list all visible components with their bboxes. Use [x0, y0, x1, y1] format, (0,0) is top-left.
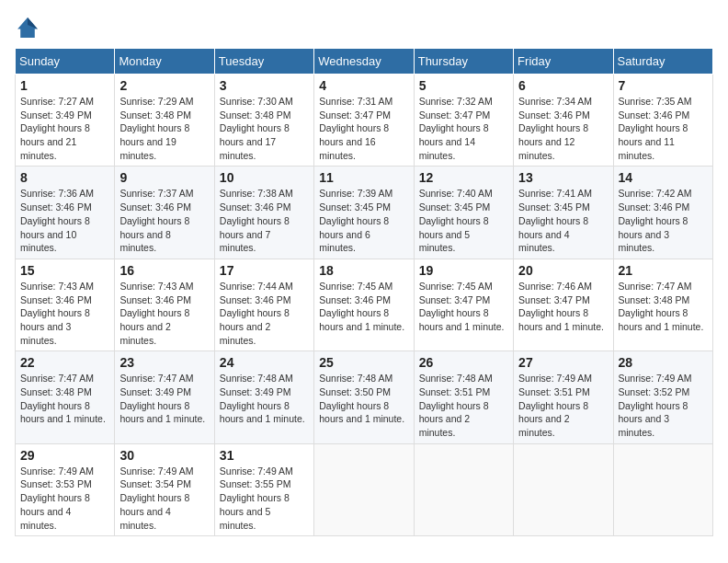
day-info: Sunrise: 7:47 AM Sunset: 3:48 PM Dayligh… [619, 280, 708, 334]
day-info: Sunrise: 7:31 AM Sunset: 3:47 PM Dayligh… [319, 95, 408, 162]
calendar-cell [613, 443, 712, 535]
day-info: Sunrise: 7:49 AM Sunset: 3:52 PM Dayligh… [619, 372, 708, 439]
day-info: Sunrise: 7:36 AM Sunset: 3:46 PM Dayligh… [20, 187, 109, 254]
calendar-cell: 27 Sunrise: 7:49 AM Sunset: 3:51 PM Dayl… [514, 351, 613, 443]
day-info: Sunrise: 7:39 AM Sunset: 3:45 PM Dayligh… [319, 187, 408, 254]
day-number: 7 [619, 78, 708, 93]
day-info: Sunrise: 7:38 AM Sunset: 3:46 PM Dayligh… [220, 187, 309, 254]
calendar-cell: 19 Sunrise: 7:45 AM Sunset: 3:47 PM Dayl… [414, 259, 513, 350]
calendar-cell [414, 443, 513, 535]
day-number: 8 [20, 170, 109, 185]
day-number: 9 [119, 170, 209, 185]
calendar-cell: 15 Sunrise: 7:43 AM Sunset: 3:46 PM Dayl… [16, 259, 115, 350]
calendar-cell: 23 Sunrise: 7:47 AM Sunset: 3:49 PM Dayl… [115, 351, 214, 443]
calendar-cell: 14 Sunrise: 7:42 AM Sunset: 3:46 PM Dayl… [613, 167, 712, 259]
day-number: 26 [419, 355, 508, 370]
day-number: 28 [619, 355, 708, 370]
calendar-cell: 12 Sunrise: 7:40 AM Sunset: 3:45 PM Dayl… [414, 167, 513, 259]
day-number: 3 [220, 78, 309, 93]
calendar-cell: 29 Sunrise: 7:49 AM Sunset: 3:53 PM Dayl… [16, 443, 115, 535]
day-info: Sunrise: 7:47 AM Sunset: 3:49 PM Dayligh… [119, 372, 209, 426]
day-number: 12 [419, 170, 508, 185]
calendar-header-row: SundayMondayTuesdayWednesdayThursdayFrid… [16, 49, 713, 75]
day-number: 30 [119, 448, 209, 463]
day-info: Sunrise: 7:29 AM Sunset: 3:48 PM Dayligh… [119, 95, 209, 162]
day-info: Sunrise: 7:30 AM Sunset: 3:48 PM Dayligh… [220, 95, 309, 162]
day-number: 14 [619, 170, 708, 185]
day-info: Sunrise: 7:35 AM Sunset: 3:46 PM Dayligh… [619, 95, 708, 162]
day-number: 6 [518, 78, 608, 93]
day-info: Sunrise: 7:43 AM Sunset: 3:46 PM Dayligh… [119, 280, 209, 347]
day-number: 17 [220, 263, 309, 278]
calendar-cell: 26 Sunrise: 7:48 AM Sunset: 3:51 PM Dayl… [414, 351, 513, 443]
day-number: 15 [20, 263, 109, 278]
day-number: 21 [619, 263, 708, 278]
day-info: Sunrise: 7:27 AM Sunset: 3:49 PM Dayligh… [20, 95, 109, 162]
calendar-cell: 16 Sunrise: 7:43 AM Sunset: 3:46 PM Dayl… [115, 259, 214, 350]
day-number: 31 [220, 448, 309, 463]
day-info: Sunrise: 7:42 AM Sunset: 3:46 PM Dayligh… [619, 187, 708, 254]
day-info: Sunrise: 7:34 AM Sunset: 3:46 PM Dayligh… [518, 95, 608, 162]
day-number: 11 [319, 170, 408, 185]
calendar-cell: 5 Sunrise: 7:32 AM Sunset: 3:47 PM Dayli… [414, 75, 513, 167]
calendar-cell [314, 443, 414, 535]
day-number: 1 [20, 78, 109, 93]
calendar-cell: 10 Sunrise: 7:38 AM Sunset: 3:46 PM Dayl… [214, 167, 313, 259]
calendar-cell: 17 Sunrise: 7:44 AM Sunset: 3:46 PM Dayl… [214, 259, 313, 350]
day-info: Sunrise: 7:40 AM Sunset: 3:45 PM Dayligh… [419, 187, 508, 254]
col-header-wednesday: Wednesday [314, 49, 414, 75]
day-number: 10 [220, 170, 309, 185]
calendar-cell: 11 Sunrise: 7:39 AM Sunset: 3:45 PM Dayl… [314, 167, 414, 259]
day-number: 22 [20, 355, 109, 370]
day-info: Sunrise: 7:48 AM Sunset: 3:50 PM Dayligh… [319, 372, 408, 426]
day-number: 5 [419, 78, 508, 93]
calendar-cell: 7 Sunrise: 7:35 AM Sunset: 3:46 PM Dayli… [613, 75, 712, 167]
col-header-sunday: Sunday [16, 49, 115, 75]
day-number: 4 [319, 78, 408, 93]
calendar-week-row: 15 Sunrise: 7:43 AM Sunset: 3:46 PM Dayl… [16, 259, 713, 350]
day-info: Sunrise: 7:48 AM Sunset: 3:51 PM Dayligh… [419, 372, 508, 439]
calendar-cell: 31 Sunrise: 7:49 AM Sunset: 3:55 PM Dayl… [214, 443, 313, 535]
day-info: Sunrise: 7:49 AM Sunset: 3:54 PM Dayligh… [119, 465, 209, 532]
day-info: Sunrise: 7:41 AM Sunset: 3:45 PM Dayligh… [518, 187, 608, 254]
calendar-cell: 13 Sunrise: 7:41 AM Sunset: 3:45 PM Dayl… [514, 167, 613, 259]
day-number: 18 [319, 263, 408, 278]
calendar-cell: 30 Sunrise: 7:49 AM Sunset: 3:54 PM Dayl… [115, 443, 214, 535]
col-header-monday: Monday [115, 49, 214, 75]
calendar-cell: 4 Sunrise: 7:31 AM Sunset: 3:47 PM Dayli… [314, 75, 414, 167]
day-info: Sunrise: 7:46 AM Sunset: 3:47 PM Dayligh… [518, 280, 608, 334]
day-info: Sunrise: 7:45 AM Sunset: 3:46 PM Dayligh… [319, 280, 408, 334]
col-header-tuesday: Tuesday [214, 49, 313, 75]
calendar-table: SundayMondayTuesdayWednesdayThursdayFrid… [15, 48, 713, 536]
day-info: Sunrise: 7:32 AM Sunset: 3:47 PM Dayligh… [419, 95, 508, 162]
day-number: 23 [119, 355, 209, 370]
calendar-week-row: 22 Sunrise: 7:47 AM Sunset: 3:48 PM Dayl… [16, 351, 713, 443]
day-number: 13 [518, 170, 608, 185]
calendar-cell: 21 Sunrise: 7:47 AM Sunset: 3:48 PM Dayl… [613, 259, 712, 350]
calendar-cell: 6 Sunrise: 7:34 AM Sunset: 3:46 PM Dayli… [514, 75, 613, 167]
calendar-cell: 20 Sunrise: 7:46 AM Sunset: 3:47 PM Dayl… [514, 259, 613, 350]
day-number: 2 [119, 78, 209, 93]
day-number: 19 [419, 263, 508, 278]
calendar-cell: 2 Sunrise: 7:29 AM Sunset: 3:48 PM Dayli… [115, 75, 214, 167]
day-number: 29 [20, 448, 109, 463]
col-header-friday: Friday [514, 49, 613, 75]
calendar-cell: 1 Sunrise: 7:27 AM Sunset: 3:49 PM Dayli… [16, 75, 115, 167]
day-info: Sunrise: 7:37 AM Sunset: 3:46 PM Dayligh… [119, 187, 209, 254]
day-number: 24 [220, 355, 309, 370]
calendar-cell: 24 Sunrise: 7:48 AM Sunset: 3:49 PM Dayl… [214, 351, 313, 443]
calendar-week-row: 8 Sunrise: 7:36 AM Sunset: 3:46 PM Dayli… [16, 167, 713, 259]
calendar-cell: 25 Sunrise: 7:48 AM Sunset: 3:50 PM Dayl… [314, 351, 414, 443]
calendar-cell [514, 443, 613, 535]
logo [15, 15, 44, 40]
calendar-week-row: 29 Sunrise: 7:49 AM Sunset: 3:53 PM Dayl… [16, 443, 713, 535]
day-number: 27 [518, 355, 608, 370]
col-header-saturday: Saturday [613, 49, 712, 75]
day-info: Sunrise: 7:45 AM Sunset: 3:47 PM Dayligh… [419, 280, 508, 334]
day-info: Sunrise: 7:48 AM Sunset: 3:49 PM Dayligh… [220, 372, 309, 426]
day-info: Sunrise: 7:49 AM Sunset: 3:51 PM Dayligh… [518, 372, 608, 439]
page-header [15, 15, 713, 40]
col-header-thursday: Thursday [414, 49, 513, 75]
day-info: Sunrise: 7:47 AM Sunset: 3:48 PM Dayligh… [20, 372, 109, 426]
day-info: Sunrise: 7:49 AM Sunset: 3:55 PM Dayligh… [220, 465, 309, 532]
